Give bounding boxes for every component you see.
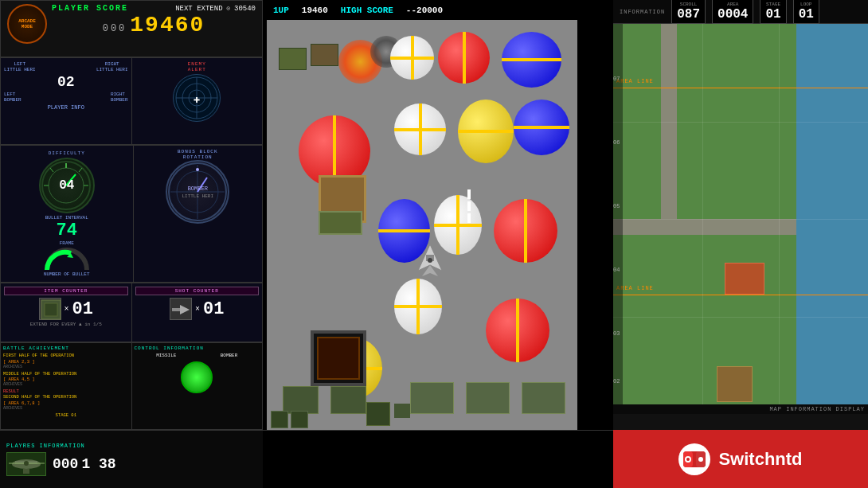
switchntd-label: Switchntd bbox=[718, 449, 802, 470]
ci-title: CONTROL INFORMATION bbox=[135, 346, 260, 351]
player-score-value: 19460 bbox=[130, 13, 205, 37]
bomber-label2: BOMBER bbox=[221, 353, 238, 358]
left-panel: ARCADEMODE PLAYER SCORE NEXT EXTEND ⊙ 30… bbox=[0, 0, 263, 430]
bonus-circle: BOMBER LITTLE HERI bbox=[166, 160, 229, 224]
road-2 bbox=[613, 219, 796, 235]
svg-point-20 bbox=[196, 168, 199, 171]
bonus-dial: BONUS BLOCK ROTATION BOMBER LITTLE HERI bbox=[134, 146, 263, 282]
area-line-bottom bbox=[613, 295, 868, 295]
scroll-value: 087 bbox=[677, 7, 700, 21]
svg-text:✚: ✚ bbox=[194, 92, 200, 105]
item-icon bbox=[39, 298, 61, 320]
stage-label: STAGE 01 bbox=[3, 412, 129, 418]
hud-highscore: --20000 bbox=[406, 6, 443, 15]
ba-title: BATTLE ACHIEVEMENT bbox=[3, 346, 129, 351]
middle-row: DIFFICULTY 04 BULLET INTERVAL 74 bbox=[0, 145, 263, 283]
enemy-tank-3 bbox=[410, 382, 454, 414]
area-label: AREA bbox=[727, 2, 738, 7]
enemy-alert-label: ENEMY ALERT bbox=[135, 61, 260, 72]
green-indicator bbox=[181, 361, 213, 393]
map-info-label: MAP INFORMATION DISPLAY bbox=[613, 404, 868, 414]
game-area bbox=[267, 20, 577, 446]
shot-counter-value: 01 bbox=[203, 299, 224, 319]
next-extend-label: NEXT EXTEND bbox=[175, 5, 222, 13]
next-extend-value: 30540 bbox=[234, 5, 256, 13]
orb-red-4 bbox=[486, 299, 549, 362]
next-extend: NEXT EXTEND ⊙ 30540 bbox=[175, 5, 256, 13]
ci-labels: MISSILE BOMBER bbox=[135, 353, 260, 358]
score-title: PLAYER SCORE bbox=[52, 4, 128, 13]
svg-rect-33 bbox=[23, 469, 29, 474]
frame-label: FRAME bbox=[60, 240, 74, 246]
svg-point-28 bbox=[428, 258, 432, 263]
stage-box: STAGE 01 bbox=[760, 0, 786, 24]
control-info: CONTROL INFORMATION MISSILE BOMBER bbox=[132, 343, 263, 429]
item-x: × bbox=[65, 305, 69, 314]
orb-red-3 bbox=[494, 199, 557, 263]
shot-counter-title: SHOT COUNTER bbox=[135, 287, 260, 295]
player-info-label: PLAYER INFO bbox=[4, 104, 128, 111]
ba-item-3: RESULT SECOND HALF OF THE OPERATION [ AR… bbox=[3, 388, 129, 411]
scroll-label: SCROLL bbox=[680, 2, 698, 7]
container-box bbox=[311, 330, 366, 386]
switch-logo bbox=[678, 443, 710, 475]
map-structure-1 bbox=[725, 263, 764, 295]
svg-rect-23 bbox=[172, 308, 180, 311]
small-tank-1 bbox=[366, 402, 390, 426]
sub-labels: LEFTBOMBER RIGHTBOMBER bbox=[4, 92, 128, 103]
pilot-info-title: PLAYRES INFORMATION bbox=[6, 443, 256, 449]
map-background: AREA LINE AREA LINE 07 06 05 04 03 bbox=[613, 24, 868, 414]
right-panel-scroll-label: INFORMATION bbox=[620, 9, 665, 15]
loop-value: 01 bbox=[799, 7, 814, 21]
timer-prefix: 000 bbox=[53, 456, 78, 472]
left-bomber-label: LEFTBOMBER bbox=[4, 92, 22, 103]
bottom-left: PLAYRES INFORMATION 000 1 38 bbox=[0, 430, 263, 488]
number-bullet-label: NUMBER OF BULLET bbox=[44, 271, 90, 277]
enemy-tank-5 bbox=[522, 382, 565, 414]
difficulty-value: 04 bbox=[59, 178, 74, 193]
shot-counter: SHOT COUNTER × 01 bbox=[132, 283, 263, 342]
timer-value: 1 38 bbox=[81, 456, 115, 472]
battle-achievement: BATTLE ACHIEVEMENT FIRST HALF OF THE OPE… bbox=[1, 343, 132, 429]
heli-image bbox=[6, 452, 46, 476]
orb-yellow-1 bbox=[458, 100, 514, 163]
arcade-mode-label: ARCADEMODE bbox=[18, 18, 36, 29]
right-top-bar: INFORMATION SCROLL 087 AREA 0004 STAGE 0… bbox=[613, 0, 868, 24]
timer-box: 000 1 38 bbox=[53, 456, 116, 472]
hud-high-label: HIGH SCORE bbox=[341, 6, 393, 15]
item-counter: ITEM COUNTER × 01 EXTEND FOR EVERY ▲ in … bbox=[1, 283, 132, 342]
ba-item-1: FIRST HALF OF THE OPERATION [ AREA 2,3 ]… bbox=[3, 353, 129, 369]
right-heli-label: RIGHTLITTLE HERI bbox=[96, 61, 128, 72]
counters-row: ITEM COUNTER × 01 EXTEND FOR EVERY ▲ in … bbox=[0, 283, 263, 342]
left-heli-label: LEFTLITTLE HERI bbox=[4, 61, 36, 72]
game-hud: 1UP 19460 HIGH SCORE --20000 bbox=[267, 0, 577, 20]
area-line-top bbox=[613, 88, 868, 88]
svg-marker-24 bbox=[180, 305, 190, 314]
svg-line-11 bbox=[50, 168, 53, 172]
difficulty-dial: DIFFICULTY 04 BULLET INTERVAL 74 bbox=[1, 146, 134, 282]
item-counter-body: × 01 bbox=[4, 298, 128, 320]
enemy-tank-4 bbox=[466, 382, 510, 414]
area-value: 0004 bbox=[717, 7, 748, 21]
heli-count: 02 bbox=[4, 74, 128, 90]
orb-blue-1 bbox=[502, 32, 561, 88]
missile-label: MISSILE bbox=[156, 353, 176, 358]
row-numbers: 07 06 05 04 03 02 01 bbox=[613, 24, 623, 414]
orb-white-2 bbox=[394, 103, 446, 155]
bottom-strip: PLAYRES INFORMATION 000 1 38 bbox=[0, 430, 868, 488]
item-counter-sub: EXTEND FOR EVERY ▲ in 1/5 bbox=[4, 322, 128, 327]
little-heli-label: LITTLE HERI bbox=[182, 193, 213, 199]
crate-2 bbox=[319, 211, 362, 235]
shot-x: × bbox=[195, 305, 200, 314]
item-counter-value: 01 bbox=[72, 299, 93, 319]
bomber-label: BOMBER bbox=[182, 185, 213, 192]
svg-point-32 bbox=[24, 461, 29, 466]
difficulty-title: DIFFICULTY bbox=[49, 150, 85, 156]
svg-point-39 bbox=[686, 458, 690, 461]
player-ship bbox=[414, 243, 446, 279]
hud-1up: 1UP bbox=[273, 6, 289, 15]
pilot-info-row: 000 1 38 bbox=[6, 452, 256, 476]
tank-1 bbox=[279, 48, 307, 70]
stage-label: STAGE bbox=[766, 2, 780, 7]
loop-box: LOOP 01 bbox=[793, 0, 819, 24]
